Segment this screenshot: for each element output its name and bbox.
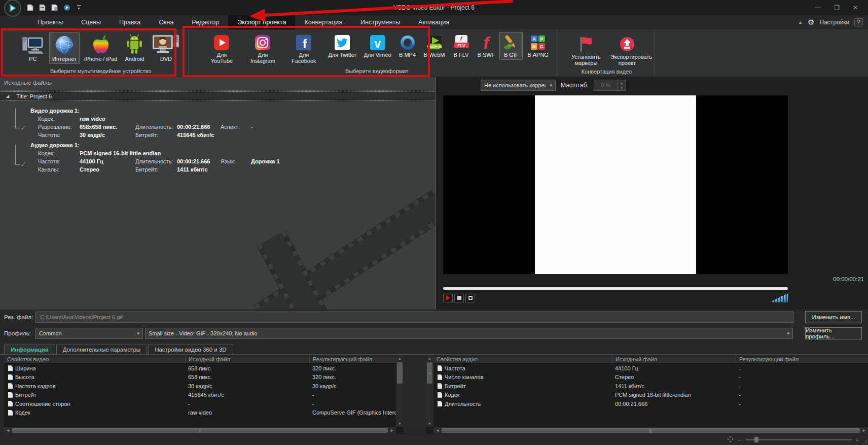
tree-expand-icon[interactable]: ◢: [6, 94, 9, 98]
vertical-scrollbar[interactable]: ▲ ▼: [396, 355, 404, 427]
format-apng-button[interactable]: APNG В APNG: [524, 32, 552, 60]
resize-grip-icon[interactable]: [861, 438, 867, 444]
zoom-in-icon[interactable]: +: [856, 437, 859, 443]
table-row[interactable]: Кодекraw videoCompuServe GIF (Graphics I…: [4, 408, 396, 418]
video-preview[interactable]: [443, 95, 788, 274]
zoom-slider-handle[interactable]: [754, 437, 758, 442]
format-vimeo-button[interactable]: v Для Vimeo: [361, 32, 394, 60]
column-header[interactable]: Результирующий файл: [736, 355, 868, 363]
settings-button[interactable]: Настройки: [819, 19, 849, 26]
quick-menu-chevron-icon[interactable]: ▾: [75, 4, 83, 12]
format-flv-button[interactable]: FLV В FLV: [450, 32, 473, 60]
table-row[interactable]: Частота44100 Гц-: [433, 364, 868, 373]
maximize-button[interactable]: ❐: [834, 4, 840, 11]
property-icon: [438, 374, 442, 380]
table-row[interactable]: Битрейт1411 кбит/с-: [433, 382, 868, 391]
scale-spinner[interactable]: 0 % ▲ ▼: [594, 80, 626, 91]
format-instagram-button[interactable]: Для Instagram: [243, 32, 282, 66]
menu-item-windows[interactable]: Окна: [150, 15, 183, 29]
gif-brush-icon: [503, 34, 519, 50]
frame-capture-button[interactable]: [465, 294, 475, 302]
rename-button[interactable]: Изменить имя...: [805, 311, 862, 323]
horizontal-scrollbar[interactable]: ◄ ||| ►: [433, 427, 868, 434]
collapse-ribbon-icon[interactable]: ▲: [798, 20, 803, 25]
set-markers-button[interactable]: Установить маркеры: [566, 32, 606, 68]
scroll-left-icon[interactable]: ◄: [433, 428, 442, 433]
profile-description-select[interactable]: Small size - Video: GIF - 320x240; No au…: [145, 328, 793, 339]
tab-information[interactable]: Информация: [4, 345, 55, 354]
tab-extra-parameters[interactable]: Дополнительные параметры: [56, 345, 148, 354]
table-row[interactable]: Ширина658 пикс.320 пикс.: [4, 364, 396, 373]
format-mp4-button[interactable]: В MP4: [396, 32, 419, 60]
column-header[interactable]: Свойства видео: [4, 355, 185, 363]
stop-button[interactable]: [454, 294, 464, 302]
tab-video-360-3d[interactable]: Настройки видео 360 и 3D: [148, 345, 233, 354]
menu-item-projects[interactable]: Проекты: [28, 15, 72, 29]
play-preview-icon[interactable]: [63, 4, 70, 12]
minimize-button[interactable]: —: [815, 4, 821, 11]
menu-item-activation[interactable]: Активация: [409, 15, 458, 29]
menu-item-conversion[interactable]: Конвертация: [295, 15, 351, 29]
scrollbar-thumb[interactable]: ≡: [427, 362, 432, 384]
table-row[interactable]: Длительность00:00:21.666-: [433, 399, 868, 408]
edit-profile-button[interactable]: Изменить профиль...: [805, 327, 862, 339]
new-project-icon[interactable]: [26, 4, 34, 12]
spinner-up-icon[interactable]: ▲: [618, 80, 626, 85]
play-button[interactable]: [443, 294, 453, 302]
format-swf-button[interactable]: f В SWF: [475, 32, 498, 60]
scroll-left-icon[interactable]: ◄: [4, 428, 12, 433]
volume-meter-icon[interactable]: [772, 293, 788, 302]
color-correction-select[interactable]: Не использовать коррек ▾: [481, 80, 556, 91]
format-twitter-button[interactable]: Для Twitter: [325, 32, 359, 60]
scrollbar-thumb[interactable]: |||: [12, 428, 388, 433]
menu-item-editor[interactable]: Редактор: [183, 15, 228, 29]
save-project-icon[interactable]: [51, 4, 58, 12]
format-webm-button[interactable]: web►m В WebM: [421, 32, 448, 60]
scroll-down-icon[interactable]: ▼: [426, 420, 433, 427]
scroll-up-icon[interactable]: ▲: [396, 355, 404, 362]
format-facebook-button[interactable]: f Для Facebook: [284, 32, 323, 66]
device-pc-button[interactable]: PC: [18, 32, 48, 64]
menu-item-edit[interactable]: Правка: [110, 15, 150, 29]
table-row[interactable]: Частота кадров30 кадр/с30 кадр/с: [4, 382, 396, 391]
scroll-down-icon[interactable]: ▼: [396, 420, 404, 427]
help-icon[interactable]: ?: [854, 18, 863, 26]
scroll-right-icon[interactable]: ►: [860, 428, 868, 433]
spinner-down-icon[interactable]: ▼: [618, 85, 626, 90]
gear-icon[interactable]: ⚙: [808, 18, 814, 27]
scroll-up-icon[interactable]: ▲: [426, 355, 433, 362]
device-android-button[interactable]: Android: [122, 32, 147, 64]
close-button[interactable]: ✕: [853, 4, 858, 11]
open-project-icon[interactable]: [39, 4, 46, 12]
device-dvd-button[interactable]: DVD: [149, 32, 183, 64]
scrollbar-thumb[interactable]: [397, 362, 403, 384]
column-header[interactable]: Исходный файл: [612, 355, 736, 363]
table-row[interactable]: Битрейт415645 кбит/с-: [4, 391, 396, 400]
column-header[interactable]: Результирующий файл: [309, 355, 396, 363]
fit-zoom-icon[interactable]: [727, 436, 734, 443]
zoom-out-icon[interactable]: −: [738, 437, 741, 443]
device-internet-button[interactable]: Интернет: [49, 32, 80, 64]
column-header[interactable]: Свойства аудио: [433, 355, 612, 363]
profile-select[interactable]: Common ▾: [35, 328, 143, 339]
format-youtube-button[interactable]: Для YouTube: [202, 32, 241, 66]
scroll-right-icon[interactable]: ►: [388, 428, 396, 433]
column-header[interactable]: Исходный файл: [185, 355, 309, 363]
result-path-field[interactable]: C:\Users\Аня\Videos\Project 6.gif: [35, 312, 793, 323]
menu-item-tools[interactable]: Инструменты: [351, 15, 409, 29]
horizontal-scrollbar[interactable]: ◄ ||| ►: [4, 427, 396, 434]
device-iphone-ipad-button[interactable]: iPhone / iPad: [81, 32, 120, 64]
zoom-slider[interactable]: [745, 439, 852, 440]
table-row[interactable]: Высота658 пикс.320 пикс.: [4, 373, 396, 382]
export-project-button[interactable]: Экспортировать проект: [607, 32, 647, 68]
vertical-scrollbar[interactable]: ▲ ≡ ▼: [426, 355, 433, 427]
menu-item-scenes[interactable]: Сцены: [72, 15, 110, 29]
table-row[interactable]: КодекPCM signed 16-bit little-endian-: [433, 391, 868, 400]
menu-item-export-project[interactable]: Экспорт проекта: [228, 15, 295, 29]
format-gif-button[interactable]: В GIF: [499, 32, 523, 60]
project-tree-root[interactable]: ◢ Title: Project 6: [0, 91, 436, 101]
scrollbar-thumb[interactable]: |||: [442, 428, 860, 433]
table-row[interactable]: Соотношение сторон--: [4, 399, 396, 408]
table-row[interactable]: Число каналовСтерео-: [433, 373, 868, 382]
seek-bar[interactable]: [443, 287, 788, 290]
